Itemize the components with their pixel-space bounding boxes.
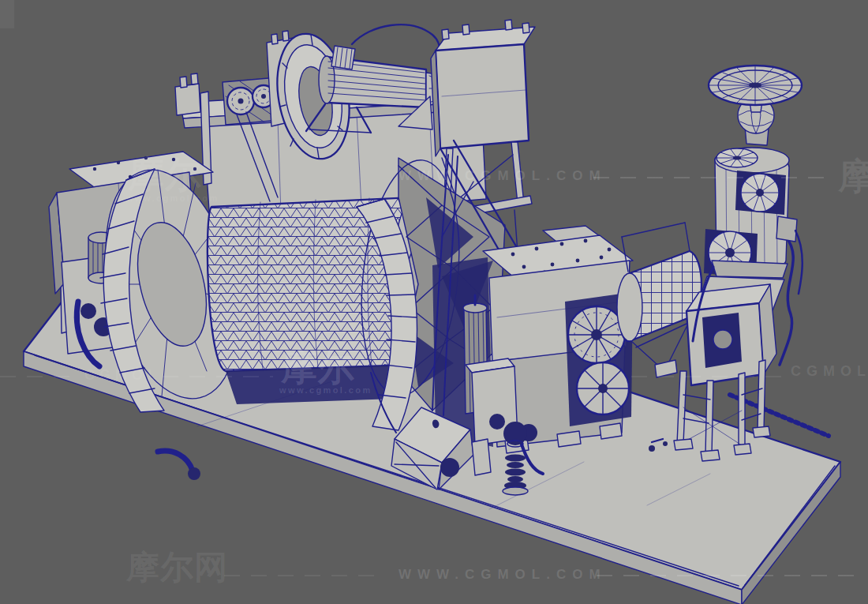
viewport: 摩尔 www.cgmol.com WWW.CGMOL.COM 摩尔 CGMOL … <box>0 0 868 604</box>
umbrella-vent-cap <box>709 66 802 105</box>
small-fitting <box>649 445 655 452</box>
viewport-corner-artifact <box>0 0 14 28</box>
plate-hole <box>440 458 459 477</box>
small-box <box>472 439 491 475</box>
spoked-hand-wheel <box>577 362 629 415</box>
machine-render <box>0 0 868 604</box>
spoked-hand-wheel <box>568 306 625 363</box>
front-fan-disc <box>735 171 786 215</box>
port-hole <box>489 414 505 430</box>
motor-hose <box>352 24 442 60</box>
mushroom-valve <box>503 422 528 495</box>
pipe-elbow <box>158 451 193 471</box>
top-fan-disc <box>716 148 758 167</box>
valve-flange <box>80 303 96 319</box>
junction-box <box>776 216 797 242</box>
